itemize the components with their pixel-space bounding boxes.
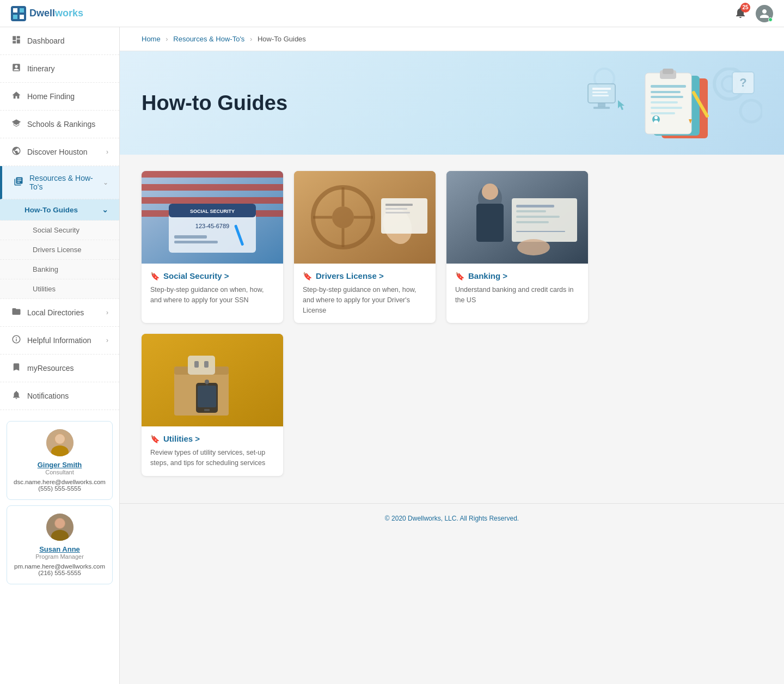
consultant-card-1: Susan Anne Program Manager pm.name.here@… xyxy=(7,505,113,584)
bookmark-icon: 🔖 xyxy=(455,272,464,280)
svg-rect-44 xyxy=(142,184,283,191)
chevron-right-icon: › xyxy=(106,309,108,316)
consultant-avatar-1 xyxy=(46,514,74,541)
consultant-email-1: pm.name.here@dwellworks.com xyxy=(13,563,107,570)
svg-rect-1 xyxy=(13,8,17,13)
sidebar-item-schools[interactable]: Schools & Rankings xyxy=(0,111,119,138)
sidebar-child-utilities[interactable]: Utilities xyxy=(0,279,119,299)
svg-rect-84 xyxy=(198,386,216,407)
consultant-name-1[interactable]: Susan Anne xyxy=(13,545,107,553)
svg-marker-41 xyxy=(618,100,624,110)
notifications-icon xyxy=(11,390,22,402)
card-title-drivers-license: 🔖 Drivers License > xyxy=(303,271,427,280)
svg-rect-81 xyxy=(194,361,199,368)
svg-rect-2 xyxy=(20,8,24,13)
svg-rect-62 xyxy=(381,198,427,234)
sidebar-item-helpful[interactable]: Helpful Information › xyxy=(0,327,119,355)
sidebar-item-label: Local Directories xyxy=(27,308,101,317)
topbar-notification-button[interactable]: 25 xyxy=(734,6,747,21)
card-desc-drivers-license: Step-by-step guidance on when, how, and … xyxy=(303,285,427,315)
svg-point-15 xyxy=(740,100,762,122)
svg-rect-24 xyxy=(651,96,683,98)
breadcrumb-current: How-To Guides xyxy=(258,35,306,43)
svg-rect-45 xyxy=(142,197,283,204)
sidebar-item-label: Notifications xyxy=(27,392,108,400)
sidebar-item-notifications[interactable]: Notifications xyxy=(0,382,119,410)
svg-rect-65 xyxy=(385,212,410,213)
svg-rect-22 xyxy=(651,85,686,88)
consultant-email-0: dsc.name.here@dwellworks.com xyxy=(13,479,107,485)
svg-rect-82 xyxy=(204,361,209,368)
local-dirs-icon xyxy=(11,307,22,319)
guide-card-banking[interactable]: 🔖 Banking > Understand banking and credi… xyxy=(446,171,588,323)
cards-section: SOCIAL SECURITY 123-45-6789 🔖 Social Sec… xyxy=(120,155,784,503)
consultant-role-1: Program Manager xyxy=(13,553,107,560)
svg-point-68 xyxy=(482,184,498,200)
sidebar-subitem-howto[interactable]: How-To Guides ⌄ xyxy=(0,199,119,221)
chevron-right-icon: › xyxy=(106,337,108,344)
svg-rect-64 xyxy=(385,208,407,210)
sidebar-item-dashboard[interactable]: Dashboard xyxy=(0,27,119,55)
card-body-social-security: 🔖 Social Security > Step-by-step guidanc… xyxy=(142,264,283,313)
svg-rect-52 xyxy=(174,241,218,243)
guide-card-drivers-license[interactable]: 🔖 Drivers License > Step-by-step guidanc… xyxy=(294,171,436,323)
guide-card-social-security[interactable]: SOCIAL SECURITY 123-45-6789 🔖 Social Sec… xyxy=(142,171,283,323)
page-title: How-to Guides xyxy=(142,91,287,115)
hero-banner: How-to Guides xyxy=(120,51,784,155)
svg-rect-3 xyxy=(13,15,17,19)
discover-icon xyxy=(11,146,22,158)
sidebar-child-banking[interactable]: Banking xyxy=(0,260,119,279)
card-title-text: Utilities > xyxy=(163,434,200,443)
card-title-text: Banking > xyxy=(468,271,507,280)
sidebar-item-resources[interactable]: Resources & How-To's ⌄ xyxy=(0,166,119,199)
sidebar-item-discover[interactable]: Discover Houston › xyxy=(0,138,119,166)
user-avatar-button[interactable] xyxy=(756,5,773,22)
schools-icon xyxy=(11,118,22,130)
card-desc-social-security: Step-by-step guidance on when, how, and … xyxy=(150,285,274,306)
dashboard-icon xyxy=(11,35,22,47)
card-title-utilities: 🔖 Utilities > xyxy=(150,434,274,443)
guide-card-utilities[interactable]: 🔖 Utilities > Review types of utility se… xyxy=(142,334,283,476)
svg-rect-26 xyxy=(651,107,682,109)
consultant-role-0: Consultant xyxy=(13,469,107,475)
chevron-right-icon: › xyxy=(106,148,108,156)
social-security-label: Social Security xyxy=(33,226,79,234)
card-desc-utilities: Review types of utility services, set-up… xyxy=(150,448,274,468)
breadcrumb-sep-1: › xyxy=(166,35,168,43)
svg-point-8 xyxy=(55,434,65,444)
svg-rect-23 xyxy=(651,91,681,93)
sidebar-child-drivers-license[interactable]: Drivers License xyxy=(0,240,119,260)
sidebar-item-home-finding[interactable]: Home Finding xyxy=(0,83,119,111)
sidebar-child-social-security[interactable]: Social Security xyxy=(0,221,119,240)
svg-point-29 xyxy=(654,116,658,119)
svg-rect-72 xyxy=(516,210,546,212)
consultant-name-0[interactable]: Ginger Smith xyxy=(13,461,107,469)
breadcrumb-resources[interactable]: Resources & How-To's xyxy=(173,35,244,43)
card-image-banking xyxy=(446,171,588,264)
sidebar-item-itinerary[interactable]: Itinerary xyxy=(0,55,119,83)
utilities-label: Utilities xyxy=(33,285,56,293)
breadcrumb-sep-2: › xyxy=(250,35,252,43)
svg-rect-51 xyxy=(174,235,207,239)
card-image-utilities xyxy=(142,334,283,426)
svg-rect-71 xyxy=(516,205,554,207)
svg-rect-4 xyxy=(20,15,24,19)
svg-point-76 xyxy=(517,239,550,255)
svg-rect-80 xyxy=(188,356,215,375)
svg-rect-74 xyxy=(516,221,549,223)
sidebar-item-myresources[interactable]: myResources xyxy=(0,355,119,382)
svg-point-12 xyxy=(55,518,65,528)
sidebar-item-local-dirs[interactable]: Local Directories › xyxy=(0,299,119,327)
sidebar-item-label: Itinerary xyxy=(27,64,108,73)
bookmark-icon: 🔖 xyxy=(303,272,312,280)
topbar: Dwellworks 25 xyxy=(0,0,784,27)
breadcrumb: Home › Resources & How-To's › How-To Gui… xyxy=(120,27,784,51)
breadcrumb-home[interactable]: Home xyxy=(142,35,161,43)
card-title-text: Social Security > xyxy=(163,271,229,280)
resources-submenu: How-To Guides ⌄ Social Security Drivers … xyxy=(0,199,119,299)
card-title-text: Drivers License > xyxy=(316,271,384,280)
consultant-phone-0: (555) 555-5555 xyxy=(13,485,107,492)
sidebar-item-label: Discover Houston xyxy=(27,148,101,156)
sidebar-item-label: Resources & How-To's xyxy=(29,174,97,191)
card-title-banking: 🔖 Banking > xyxy=(455,271,579,280)
